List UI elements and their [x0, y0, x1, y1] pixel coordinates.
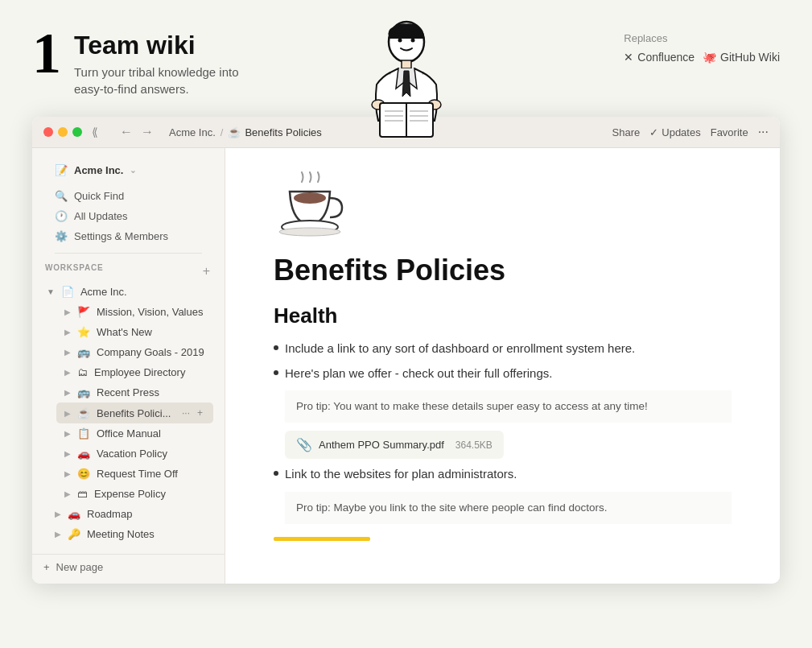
vacation-label: Vacation Policy: [97, 448, 205, 460]
benefits-add-button[interactable]: +: [195, 407, 205, 419]
app-window: ⟪ ← → Acme Inc. / ☕ Benefits Policies Sh…: [32, 117, 780, 584]
sidebar-item-mission[interactable]: ▶ 🚩 Mission, Vision, Values: [56, 302, 213, 322]
close-button[interactable]: [43, 127, 53, 137]
svg-point-16: [279, 228, 340, 236]
nav-buttons: ← →: [117, 125, 156, 139]
sidebar-item-goals[interactable]: ▶ 🚌 Company Goals - 2019: [56, 342, 213, 362]
breadcrumb-root[interactable]: Acme Inc.: [169, 126, 216, 138]
traffic-lights: [43, 127, 82, 137]
svg-rect-3: [402, 60, 411, 68]
benefits-icon: ☕: [77, 407, 90, 419]
forward-button[interactable]: →: [138, 125, 156, 139]
more-button[interactable]: ···: [758, 125, 769, 139]
sidebar-item-timeoff[interactable]: ▶ 😊 Request Time Off: [56, 464, 213, 484]
new-page-button[interactable]: + New page: [32, 554, 225, 580]
replaces-label: Replaces: [624, 32, 667, 44]
share-button[interactable]: Share: [612, 126, 641, 138]
workspace-label: Acme Inc.: [74, 164, 123, 176]
content-area: Benefits Policies Health Include a link …: [225, 148, 780, 584]
confluence-icon: ✕: [624, 51, 633, 64]
file-attachment[interactable]: 📎 Anthem PPO Summary.pdf 364.5KB: [285, 431, 504, 459]
page-subtitle: Turn your tribal knowledge intoeasy-to-f…: [74, 64, 239, 97]
acme-page-icon: 📄: [61, 286, 74, 298]
timeoff-label: Request Time Off: [97, 468, 205, 480]
settings-item[interactable]: ⚙️ Settings & Members: [43, 226, 213, 246]
sidebar-item-directory[interactable]: ▶ 🗂 Employee Directory: [56, 362, 213, 382]
clock-icon: 🕐: [55, 210, 68, 222]
breadcrumb-separator: /: [221, 126, 224, 138]
sidebar-item-whatsnew[interactable]: ▶ ⭐ What's New: [56, 322, 213, 342]
sidebar-item-expense[interactable]: ▶ 🗃 Expense Policy: [56, 484, 213, 504]
expense-label: Expense Policy: [94, 488, 205, 500]
coffee-cup-illustration: [274, 167, 354, 240]
pro-tip-2: Pro tip: Maybe you link to the site wher…: [285, 492, 732, 524]
github-badge: 🐙 GitHub Wiki: [703, 51, 780, 64]
minimize-button[interactable]: [58, 127, 68, 137]
bullet-icon: [274, 345, 278, 350]
attachment-name: Anthem PPO Summary.pdf: [319, 439, 444, 451]
favorite-button[interactable]: Favorite: [711, 126, 748, 138]
search-icon: 🔍: [55, 190, 68, 202]
sidebar-divider: [55, 253, 202, 254]
collapse-sidebar-button[interactable]: ⟪: [89, 126, 101, 138]
number-badge: 1: [32, 24, 61, 82]
quick-find-item[interactable]: 🔍 Quick Find: [43, 186, 213, 206]
bullet3-text: Link to the websites for plan administra…: [285, 465, 517, 484]
roadmap-label: Roadmap: [87, 508, 205, 520]
main-content: 📝 Acme Inc. ⌄ 🔍 Quick Find 🕐 All Updates: [32, 148, 780, 584]
plus-icon: +: [43, 561, 50, 573]
chevron-right-icon: ▶: [64, 368, 71, 377]
health-heading: Health: [274, 303, 732, 328]
paperclip-icon: 📎: [296, 437, 312, 452]
sidebar-item-acme[interactable]: ▼ 📄 Acme Inc.: [43, 282, 213, 302]
chevron-right-icon: ▶: [64, 469, 71, 478]
workspace-section-label: WORKSPACE: [45, 263, 104, 272]
breadcrumb-page: Benefits Policies: [245, 126, 321, 138]
chevron-right-icon: ▶: [64, 348, 71, 357]
list-item: Link to the websites for plan administra…: [274, 465, 732, 484]
manual-icon: 📋: [77, 427, 90, 440]
person-illustration-icon: [354, 16, 459, 145]
sidebar-item-roadmap[interactable]: ▶ 🚗 Roadmap: [43, 504, 213, 524]
coffee-cup-icon: [274, 167, 354, 240]
new-page-label: New page: [56, 561, 104, 573]
sidebar-top: 📝 Acme Inc. ⌄ 🔍 Quick Find 🕐 All Updates: [32, 148, 225, 551]
mission-label: Mission, Vision, Values: [97, 306, 205, 318]
chevron-right-icon: ▶: [64, 489, 71, 498]
sidebar-item-press[interactable]: ▶ 🚌 Recent Press: [56, 382, 213, 402]
page-title: Team wiki: [74, 31, 239, 60]
bullet1-text: Include a link to any sort of dashboard …: [285, 340, 635, 358]
list-item: Include a link to any sort of dashboard …: [274, 340, 732, 358]
settings-label: Settings & Members: [74, 230, 168, 242]
sidebar-item-benefits[interactable]: ▶ ☕ Benefits Polici... ··· +: [56, 402, 213, 423]
breadcrumb-current: ☕ Benefits Policies: [228, 126, 321, 138]
updates-button[interactable]: ✓ Updates: [649, 126, 700, 138]
all-updates-item[interactable]: 🕐 All Updates: [43, 206, 213, 226]
benefits-more-button[interactable]: ···: [179, 407, 192, 419]
sidebar: 📝 Acme Inc. ⌄ 🔍 Quick Find 🕐 All Updates: [32, 148, 225, 584]
confluence-label: Confluence: [637, 51, 695, 64]
sidebar-item-meetings[interactable]: ▶ 🔑 Meeting Notes: [43, 524, 213, 544]
sidebar-item-vacation[interactable]: ▶ 🚗 Vacation Policy: [56, 444, 213, 464]
workspace-row: 📝 Acme Inc. ⌄: [43, 158, 213, 183]
back-button[interactable]: ←: [117, 125, 135, 139]
workspace-section-header: WORKSPACE +: [43, 260, 213, 282]
chevron-right-icon: ▶: [64, 429, 71, 438]
sidebar-item-manual[interactable]: ▶ 📋 Office Manual: [56, 423, 213, 444]
chevron-right-icon: ▶: [55, 530, 61, 539]
github-label: GitHub Wiki: [720, 51, 780, 64]
all-updates-label: All Updates: [74, 210, 127, 222]
vacation-icon: 🚗: [77, 448, 90, 460]
confluence-badge: ✕ Confluence: [624, 51, 695, 64]
workspace-name[interactable]: 📝 Acme Inc. ⌄: [55, 164, 136, 176]
replaces-badges: ✕ Confluence 🐙 GitHub Wiki: [624, 51, 780, 64]
goals-icon: 🚌: [77, 346, 90, 358]
chevron-right-icon: ▶: [55, 510, 61, 518]
manual-label: Office Manual: [97, 427, 205, 440]
press-icon: 🚌: [77, 386, 90, 398]
chevron-right-icon: ▶: [64, 409, 71, 418]
attachment-size: 364.5KB: [455, 440, 493, 451]
maximize-button[interactable]: [72, 127, 82, 137]
add-page-button[interactable]: +: [203, 264, 210, 279]
content-list: Include a link to any sort of dashboard …: [274, 340, 732, 382]
